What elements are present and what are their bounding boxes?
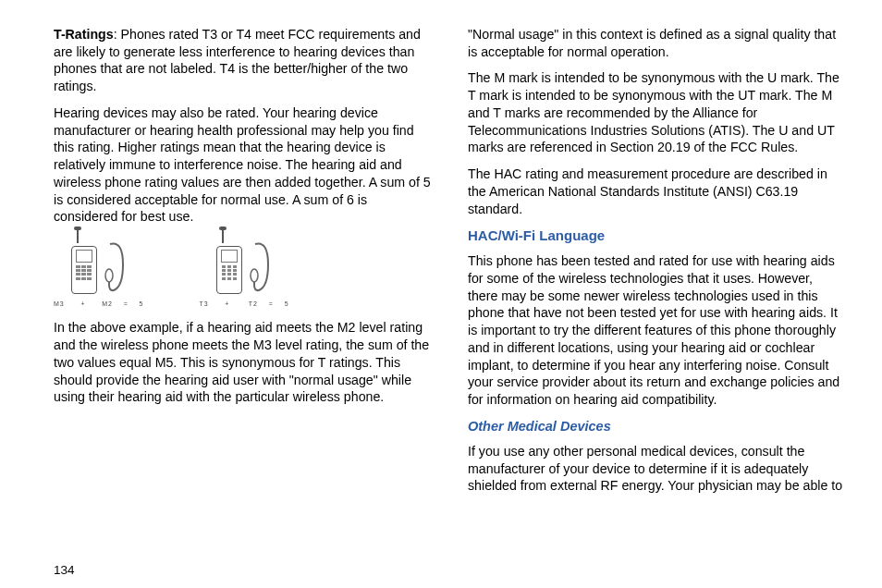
two-column-layout: T-Ratings: Phones rated T3 or T4 meet FC… <box>54 26 845 544</box>
hearing-aid-icon <box>101 239 127 294</box>
t-ratings-label: T-Ratings <box>54 27 114 42</box>
hac-wifi-paragraph: This phone has been tested and rated for… <box>468 252 845 409</box>
right-column: "Normal usage" in this context is define… <box>468 26 845 544</box>
diagram-caption-m: M3 + M2 = 5 <box>54 300 143 308</box>
hearing-aid-icon <box>246 239 272 294</box>
left-column: T-Ratings: Phones rated T3 or T4 meet FC… <box>54 26 431 544</box>
other-medical-heading: Other Medical Devices <box>468 418 845 435</box>
page-number: 134 <box>54 563 75 577</box>
phone-icon <box>71 246 97 294</box>
example-paragraph: In the above example, if a hearing aid m… <box>54 319 431 406</box>
diagram-group-m: M3 + M2 = 5 <box>54 239 143 308</box>
diagram-caption-t: T3 + T2 = 5 <box>199 300 288 308</box>
diagram-group-t: T3 + T2 = 5 <box>199 239 288 308</box>
normal-usage-paragraph: "Normal usage" in this context is define… <box>468 26 845 60</box>
hac-rating-paragraph: The HAC rating and measurement procedure… <box>468 165 845 217</box>
svg-point-1 <box>251 269 258 282</box>
m-mark-paragraph: The M mark is intended to be synonymous … <box>468 69 845 156</box>
svg-point-0 <box>105 269 113 282</box>
t-ratings-paragraph: T-Ratings: Phones rated T3 or T4 meet FC… <box>54 26 431 95</box>
hac-wifi-heading: HAC/Wi-Fi Language <box>468 227 845 245</box>
phone-icon <box>216 246 242 294</box>
rating-diagram: M3 + M2 = 5 <box>54 239 431 308</box>
other-medical-paragraph: If you use any other personal medical de… <box>468 443 845 495</box>
hearing-devices-paragraph: Hearing devices may also be rated. Your … <box>54 104 431 226</box>
